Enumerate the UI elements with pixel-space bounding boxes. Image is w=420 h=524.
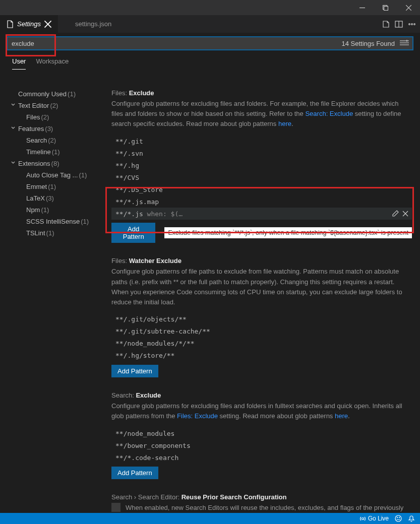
settings-file-icon [6, 20, 14, 28]
list-item[interactable]: **/.git [111, 135, 412, 147]
glob-help-link[interactable]: here [335, 412, 348, 420]
settings-content: Files: Exclude Configure glob patterns f… [103, 83, 420, 513]
sidebar-item[interactable]: Timeline (1) [10, 146, 103, 158]
scope-tabs: User Workspace [7, 50, 413, 70]
setting-name: Reuse Prior Search Configuration [182, 493, 287, 501]
setting-description: Configure glob patterns of file paths to… [111, 267, 412, 307]
setting-name: Exclude [129, 89, 154, 97]
list-item[interactable]: **/.hg/store/** [111, 350, 412, 362]
close-button[interactable] [397, 0, 420, 15]
checkbox[interactable] [111, 503, 121, 512]
tab-settings-json[interactable]: settings.json [58, 15, 117, 33]
glob-help-link[interactable]: here [278, 120, 291, 127]
titlebar [0, 0, 420, 15]
sidebar-item[interactable]: Emmet (1) [10, 181, 103, 192]
editor-actions [382, 20, 416, 28]
svg-point-20 [397, 517, 398, 518]
scope-tab-workspace[interactable]: Workspace [36, 54, 69, 70]
add-pattern-button[interactable]: Add Pattern [111, 223, 155, 243]
tab-bar: Settings settings.json [0, 15, 420, 33]
add-pattern-button[interactable]: Add Pattern [111, 467, 158, 479]
status-bar: Go Live [0, 513, 420, 524]
scope-tab-user[interactable]: User [12, 54, 26, 70]
sidebar-item[interactable]: Npm (1) [10, 204, 103, 216]
split-editor-icon[interactable] [395, 20, 403, 28]
sidebar-item[interactable]: Extensions (8) [10, 158, 103, 169]
open-file-icon[interactable] [382, 20, 390, 28]
setting-files-exclude: Files: Exclude Configure glob patterns f… [111, 89, 412, 243]
setting-name: Exclude [136, 391, 161, 399]
tab-label: settings.json [75, 20, 111, 28]
tab-close-icon[interactable] [44, 20, 52, 28]
setting-name: Watcher Exclude [129, 257, 182, 265]
list-item[interactable]: **/.git/subtree-cache/** [111, 325, 412, 338]
list-item[interactable]: **/*.code-search [111, 451, 412, 464]
list-item[interactable]: **/bower_components [111, 439, 412, 451]
svg-point-21 [399, 517, 400, 518]
svg-point-18 [362, 517, 364, 519]
setting-description: Configure glob patterns for excluding fi… [111, 99, 412, 129]
go-live-button[interactable]: Go Live [359, 515, 389, 522]
svg-rect-2 [384, 6, 388, 10]
sidebar-item[interactable]: LaTeX (3) [10, 192, 103, 204]
notifications-icon[interactable] [408, 515, 415, 522]
svg-point-11 [414, 23, 415, 25]
setting-search-exclude: Search: Exclude Configure glob patterns … [111, 391, 412, 479]
close-icon[interactable] [402, 210, 409, 217]
settings-toc: Commonly Used (1)Text Editor (2)Files (2… [0, 83, 103, 513]
maximize-button[interactable] [374, 0, 397, 15]
setting-reuse-prior: Search › Search Editor: Reuse Prior Sear… [111, 493, 412, 513]
sidebar-item[interactable]: Commonly Used (1) [10, 88, 103, 100]
setting-description: Configure glob patterns for excluding fi… [111, 401, 412, 421]
sidebar-item[interactable]: SCSS IntelliSense (1) [10, 216, 103, 227]
svg-point-9 [409, 23, 410, 25]
list-item[interactable]: **/.DS_Store [111, 183, 412, 195]
list-item[interactable]: **/CVS [111, 171, 412, 183]
sidebar-item[interactable]: TSLint (1) [10, 227, 103, 239]
search-results-count: 14 Settings Found [341, 40, 395, 47]
sidebar-item[interactable]: Files (2) [10, 111, 103, 123]
list-item[interactable]: **/node_modules/*/** [111, 338, 412, 350]
tooltip: Exclude files matching `**/*.js`, only w… [164, 227, 412, 238]
filter-icon[interactable] [400, 39, 409, 48]
list-item[interactable]: **/.svn [111, 147, 412, 159]
settings-search: 14 Settings Found [7, 37, 413, 50]
list-item[interactable]: **/.git/objects/** [111, 313, 412, 325]
svg-point-10 [411, 23, 413, 25]
tab-label: Settings [17, 20, 41, 28]
vscode-file-icon [64, 20, 72, 28]
tab-settings[interactable]: Settings [0, 15, 58, 33]
list-item[interactable]: **/.hg [111, 159, 412, 171]
more-actions-icon[interactable] [408, 20, 416, 28]
edit-icon[interactable] [392, 210, 399, 217]
list-item-editing[interactable]: **/*.js when: $(… [111, 208, 412, 220]
files-exclude-link[interactable]: Files: Exclude [177, 412, 218, 420]
add-pattern-button[interactable]: Add Pattern [111, 365, 158, 377]
setting-watcher-exclude: Files: Watcher Exclude Configure glob pa… [111, 257, 412, 377]
minimize-button[interactable] [350, 0, 374, 15]
list-item[interactable]: **/*.js.map [111, 195, 412, 208]
sidebar-item[interactable]: Text Editor (2) [10, 100, 103, 111]
feedback-icon[interactable] [395, 515, 402, 522]
sidebar-item[interactable]: Search (2) [10, 135, 103, 146]
list-item[interactable]: **/node_modules [111, 427, 412, 439]
setting-description: When enabled, new Search Editors will re… [126, 503, 412, 513]
sidebar-item[interactable]: Auto Close Tag ... (1) [10, 169, 103, 181]
search-exclude-link[interactable]: Search: Exclude [305, 110, 353, 117]
svg-point-19 [395, 515, 401, 521]
sidebar-item[interactable]: Features (3) [10, 123, 103, 135]
